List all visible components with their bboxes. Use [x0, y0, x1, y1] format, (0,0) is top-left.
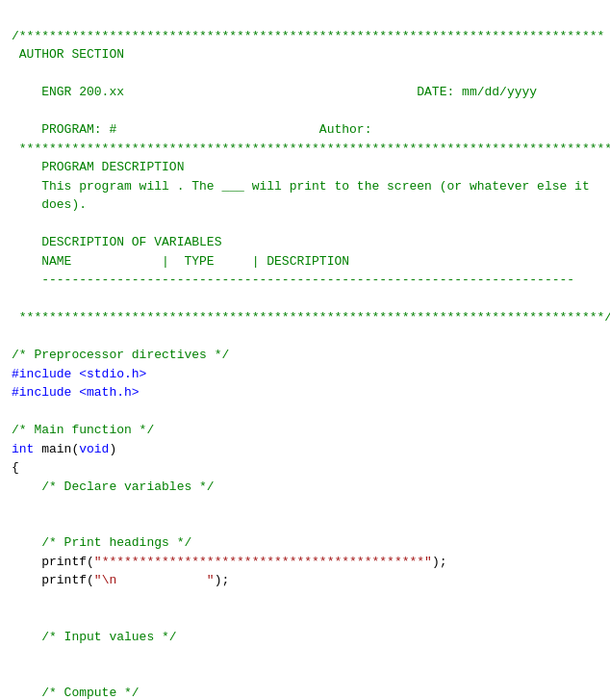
comment-main: /* Main function */ [12, 423, 154, 437]
open-brace: { [12, 460, 19, 475]
comment-author-section: AUTHOR SECTION [12, 47, 124, 62]
main-func: main( [34, 442, 79, 456]
comment-var-divider: ----------------------------------------… [12, 272, 574, 287]
include-math: #include <math.h> [12, 385, 140, 400]
comment-declare: /* Declare variables */ [12, 480, 215, 494]
comment-var-header: NAME | TYPE | DESCRIPTION [12, 254, 349, 269]
comment-end: ****************************************… [12, 310, 610, 324]
main-func-close: ) [109, 442, 116, 456]
include-stdio: #include <stdio.h> [12, 367, 146, 381]
comment-prog-desc-does: does). [12, 197, 87, 212]
keyword-void: void [79, 442, 109, 456]
comment-program: PROGRAM: # Author: [12, 122, 379, 137]
comment-prog-desc: PROGRAM DESCRIPTION [12, 160, 184, 174]
printf-stars-close: ); [432, 555, 447, 569]
code-editor: /***************************************… [12, 8, 598, 700]
keyword-int: int [12, 442, 34, 456]
printf-newline-close: ); [215, 573, 230, 587]
printf-newline: printf( [12, 573, 94, 587]
printf-stars: printf( [12, 555, 94, 569]
comment-line-1: /***************************************… [12, 29, 604, 43]
comment-prog-desc-text: This program will . The ___ will print t… [12, 179, 590, 194]
comment-preprocessor: /* Preprocessor directives */ [12, 348, 229, 362]
comment-print-headings: /* Print headings */ [12, 535, 191, 550]
comment-desc-vars: DESCRIPTION OF VARIABLES [12, 235, 221, 249]
string-newline: "\n " [94, 573, 215, 587]
comment-compute: /* Compute */ [12, 686, 140, 700]
comment-input: /* Input values */ [12, 630, 177, 644]
comment-divider: ****************************************… [12, 142, 610, 156]
comment-engr: ENGR 200.xx DATE: mm/dd/yyyy [12, 85, 537, 99]
string-stars: "***************************************… [94, 555, 432, 569]
